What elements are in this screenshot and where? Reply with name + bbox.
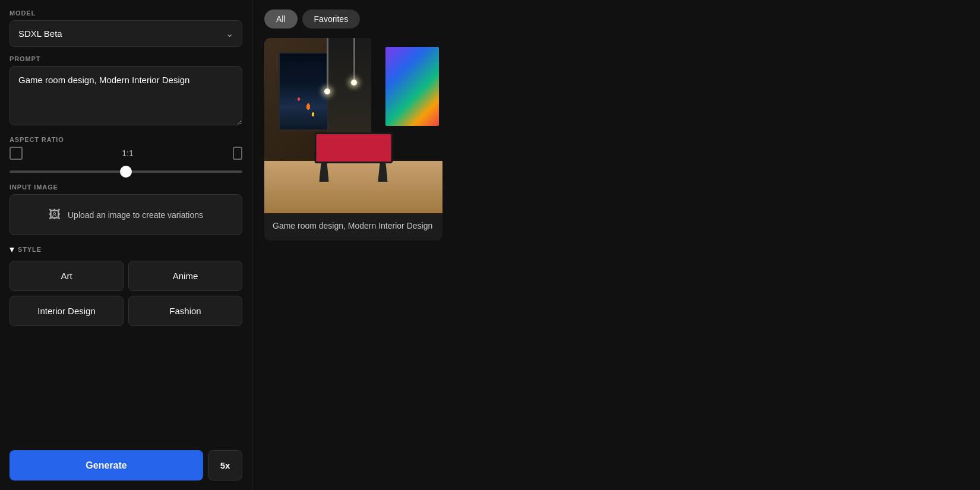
scene-table-leg1 — [319, 163, 329, 182]
gallery-card-image — [264, 38, 442, 213]
count-button[interactable]: 5x — [208, 450, 242, 480]
prompt-input[interactable]: Game room design, Modern Interior Design — [10, 66, 242, 125]
scene-light1 — [327, 38, 328, 91]
scene-light-bulb1 — [324, 88, 330, 94]
gallery-card[interactable]: Game room design, Modern Interior Design — [264, 38, 442, 241]
generate-button[interactable]: Generate — [10, 450, 203, 480]
style-button-interior-design[interactable]: Interior Design — [10, 296, 124, 326]
aspect-portrait-icon — [233, 147, 242, 160]
style-button-fashion[interactable]: Fashion — [128, 296, 242, 326]
prompt-label: PROMPT — [10, 55, 242, 62]
scene-light2 — [353, 38, 355, 82]
style-section: ▾ STYLE Art Anime Interior Design Fashio… — [10, 244, 242, 326]
scene-window-city — [280, 53, 327, 130]
chevron-down-icon: ⌄ — [226, 28, 233, 39]
gallery-card-info: Game room design, Modern Interior Design — [264, 213, 442, 241]
scene-table-leg2 — [378, 163, 388, 182]
input-image-label: INPUT IMAGE — [10, 184, 242, 191]
model-section: MODEL SDXL Beta ⌄ — [10, 10, 242, 47]
left-panel: MODEL SDXL Beta ⌄ PROMPT Game room desig… — [0, 0, 252, 490]
right-panel: All Favorites — [252, 0, 980, 490]
game-room-scene — [264, 38, 442, 213]
prompt-section: PROMPT Game room design, Modern Interior… — [10, 55, 242, 128]
aspect-ratio-value: 1:1 — [29, 148, 227, 158]
upload-text: Upload an image to create variations — [68, 210, 203, 220]
style-chevron-icon: ▾ — [10, 244, 14, 255]
model-label: MODEL — [10, 10, 242, 17]
aspect-ratio-section: ASPECT RATIO 1:1 — [10, 136, 242, 175]
style-label: STYLE — [18, 246, 42, 253]
aspect-landscape-icon — [10, 147, 23, 160]
gallery-card-title: Game room design, Modern Interior Design — [273, 220, 434, 232]
style-button-anime[interactable]: Anime — [128, 261, 242, 291]
scene-tv — [385, 47, 439, 126]
aspect-controls: 1:1 — [10, 147, 242, 160]
style-button-art[interactable]: Art — [10, 261, 124, 291]
scene-light-bulb2 — [351, 80, 357, 86]
scene-window — [279, 52, 328, 131]
tabs-row: All Favorites — [264, 10, 968, 29]
gallery: Game room design, Modern Interior Design — [264, 38, 968, 241]
aspect-ratio-label: ASPECT RATIO — [10, 136, 242, 143]
input-image-section: INPUT IMAGE 🖼 Upload an image to create … — [10, 184, 242, 235]
scene-table-top — [314, 132, 393, 163]
upload-image-icon: 🖼 — [49, 208, 61, 222]
model-select[interactable]: SDXL Beta ⌄ — [10, 20, 242, 47]
generate-bar: Generate 5x — [10, 443, 242, 490]
scene-pool-table — [305, 121, 403, 182]
upload-box[interactable]: 🖼 Upload an image to create variations — [10, 194, 242, 235]
model-value: SDXL Beta — [18, 29, 62, 39]
style-section-header: ▾ STYLE — [10, 244, 242, 255]
aspect-slider-wrap — [10, 165, 242, 175]
style-grid: Art Anime Interior Design Fashion — [10, 261, 242, 326]
aspect-ratio-slider[interactable] — [10, 170, 242, 173]
tab-favorites[interactable]: Favorites — [302, 10, 361, 29]
tab-all[interactable]: All — [264, 10, 298, 29]
